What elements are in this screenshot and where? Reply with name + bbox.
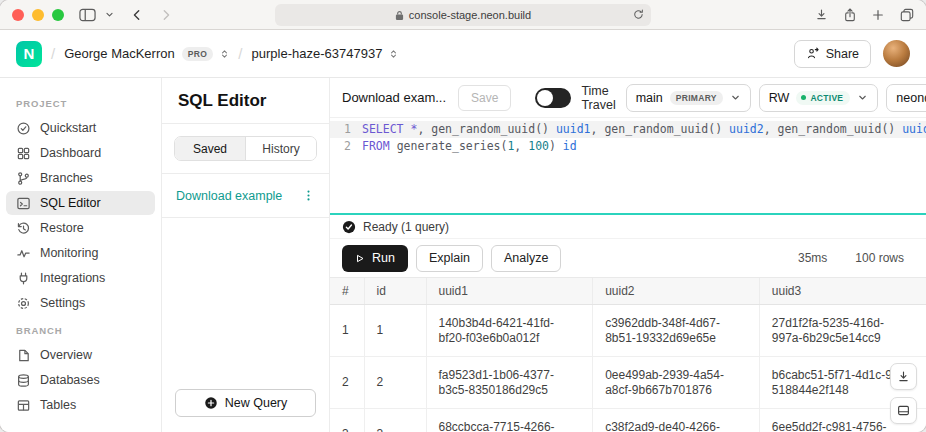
code-line: SELECT *, gen_random_uuid() uuid1, gen_r… xyxy=(362,121,926,138)
status-bar: Ready (1 query) xyxy=(330,215,926,239)
zoom-window-button[interactable] xyxy=(52,9,64,21)
avatar[interactable] xyxy=(883,40,910,67)
cell-index: 1 xyxy=(330,305,364,357)
sidebar-item-tables[interactable]: Tables xyxy=(6,393,155,417)
saved-query-name: Download example xyxy=(176,189,282,203)
neon-logo-letter: N xyxy=(24,45,35,62)
neon-logo[interactable]: N xyxy=(16,41,42,67)
sidebar-item-databases[interactable]: Databases xyxy=(6,368,155,392)
toggle-knob xyxy=(537,90,553,106)
code-editor[interactable]: 1 SELECT *, gen_random_uuid() uuid1, gen… xyxy=(330,118,926,213)
sidebar-item-dashboard[interactable]: Dashboard xyxy=(6,141,155,165)
run-button-label: Run xyxy=(372,251,395,265)
back-button[interactable] xyxy=(131,8,143,22)
database-select[interactable]: neondb xyxy=(886,84,926,112)
explain-button[interactable]: Explain xyxy=(416,245,483,272)
tab-saved[interactable]: Saved xyxy=(175,137,245,160)
sidebar-item-monitoring[interactable]: Monitoring xyxy=(6,241,155,265)
play-icon xyxy=(355,253,365,264)
run-button[interactable]: Run xyxy=(342,245,408,272)
sidebar-item-integrations[interactable]: Integrations xyxy=(6,266,155,290)
app-header: N / George MacKerron PRO / purple-haze-6… xyxy=(0,30,926,78)
reload-icon[interactable] xyxy=(633,9,644,22)
sidebar-item-quickstart[interactable]: Quickstart xyxy=(6,116,155,140)
sidebar-item-branches[interactable]: Branches xyxy=(6,166,155,190)
chevron-down-icon xyxy=(730,92,741,103)
sidebar-toggle-icon[interactable] xyxy=(79,8,96,22)
quickstart-icon xyxy=(16,121,31,136)
saved-query-item[interactable]: Download example xyxy=(162,174,329,218)
branches-icon xyxy=(16,171,31,186)
download-results-button[interactable] xyxy=(890,363,917,390)
download-icon xyxy=(897,370,910,383)
integrations-icon xyxy=(16,271,31,286)
header-right: Share xyxy=(794,40,910,68)
branch-section-label: BRANCH xyxy=(16,325,145,336)
table-row: 3 3 68ccbcca-7715-4266-b6c5-9f7a14ea6e5e… xyxy=(330,409,926,432)
org-breadcrumb[interactable]: George MacKerron PRO xyxy=(64,46,229,61)
query-title: Download exam... xyxy=(342,90,446,105)
org-name: George MacKerron xyxy=(64,46,175,61)
sidebar-item-restore[interactable]: Restore xyxy=(6,216,155,240)
new-query-button[interactable]: New Query xyxy=(175,389,316,417)
cell-id: 3 xyxy=(364,409,426,432)
expand-panel-button[interactable] xyxy=(890,397,917,424)
analyze-button[interactable]: Analyze xyxy=(491,245,561,272)
column-header-uuid2: uuid2 xyxy=(593,278,760,305)
org-selector-icon xyxy=(220,48,229,60)
actions-bar: Run Explain Analyze 35ms 100 rows xyxy=(330,239,926,277)
results-header-row: # id uuid1 uuid2 uuid3 xyxy=(330,278,926,305)
tabs-wrap: Saved History xyxy=(162,124,329,174)
sidebar-item-overview[interactable]: Overview xyxy=(6,343,155,367)
project-selector-icon xyxy=(389,48,398,60)
sidebar-item-label: Dashboard xyxy=(40,146,101,160)
save-button[interactable]: Save xyxy=(458,85,511,111)
sidebar-item-label: Databases xyxy=(40,373,100,387)
plus-circle-icon xyxy=(204,396,218,410)
dashboard-icon xyxy=(16,146,31,161)
breadcrumb-separator: / xyxy=(51,45,55,62)
cell-index: 2 xyxy=(330,357,364,409)
sidebar-item-label: Branches xyxy=(40,171,93,185)
new-tab-icon[interactable] xyxy=(872,9,884,21)
sidebar-item-sql-editor[interactable]: SQL Editor xyxy=(6,191,155,215)
project-breadcrumb[interactable]: purple-haze-63747937 xyxy=(252,46,399,61)
close-window-button[interactable] xyxy=(12,9,24,21)
sidebar-item-label: Restore xyxy=(40,221,84,235)
downloads-icon[interactable] xyxy=(815,8,828,21)
breadcrumb-separator: / xyxy=(238,45,242,62)
results-grid: # id uuid1 uuid2 uuid3 1 1 140b3b4d-6421… xyxy=(330,277,926,432)
compute-select[interactable]: RW ACTIVE xyxy=(759,84,879,112)
column-header-uuid3: uuid3 xyxy=(759,278,926,305)
editor-line-2: 2 FROM generate_series(1, 100) id xyxy=(330,138,926,155)
address-bar[interactable]: console-stage.neon.build xyxy=(275,4,651,26)
time-travel-toggle[interactable] xyxy=(535,88,571,108)
sql-editor-icon xyxy=(16,196,31,211)
kebab-menu-icon[interactable] xyxy=(302,189,315,202)
editor-line-1: 1 SELECT *, gen_random_uuid() uuid1, gen… xyxy=(330,121,926,138)
share-button[interactable]: Share xyxy=(794,40,871,68)
query-duration: 35ms xyxy=(798,251,827,265)
column-header-index: # xyxy=(330,278,364,305)
queries-panel: SQL Editor Saved History Download exampl… xyxy=(162,78,330,432)
minimize-window-button[interactable] xyxy=(32,9,44,21)
tab-history[interactable]: History xyxy=(245,137,316,160)
app-body: PROJECT Quickstart Dashboard Branches SQ… xyxy=(0,78,926,432)
tables-icon xyxy=(16,398,31,413)
share-icon[interactable] xyxy=(844,8,856,22)
sidebar-item-label: Quickstart xyxy=(40,121,96,135)
sql-editor-main: Download exam... Save Time Travel main P… xyxy=(330,78,926,432)
compute-select-value: RW xyxy=(769,91,790,105)
chevron-down-icon[interactable] xyxy=(105,10,114,19)
sidebar-item-settings[interactable]: Settings xyxy=(6,291,155,315)
branch-select[interactable]: main PRIMARY xyxy=(626,84,751,112)
ready-status-text: Ready (1 query) xyxy=(363,220,449,234)
panel-title: SQL Editor xyxy=(162,78,329,124)
tab-overview-icon[interactable] xyxy=(900,8,914,22)
cell-index: 3 xyxy=(330,409,364,432)
line-number: 2 xyxy=(330,138,362,155)
forward-button[interactable] xyxy=(160,8,172,22)
panel-window-icon xyxy=(897,404,910,417)
status-dot xyxy=(801,95,806,100)
browser-toolbar-right xyxy=(815,8,914,22)
